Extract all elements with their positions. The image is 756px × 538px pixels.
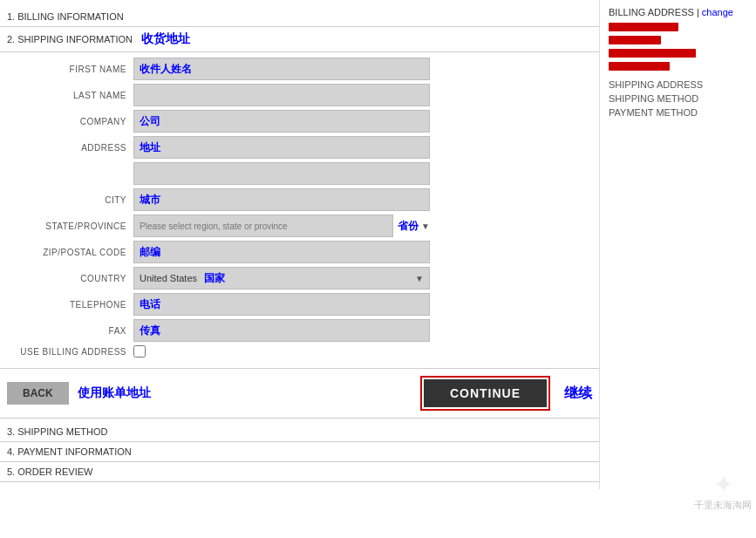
country-label: COUNTRY bbox=[7, 274, 133, 283]
right-shipping-address: SHIPPING ADDRESS bbox=[609, 79, 747, 90]
telephone-row: TELEPHONE bbox=[0, 293, 599, 316]
address-line-4 bbox=[609, 62, 670, 71]
address2-row bbox=[0, 162, 599, 185]
fax-label: FAX bbox=[7, 326, 133, 336]
country-dropdown-arrow: ▼ bbox=[415, 274, 424, 283]
state-select-container[interactable]: 省份 ▼ bbox=[133, 215, 430, 237]
shipping-form: FIRST NAME LAST NAME COMPANY ADDRESS bbox=[0, 52, 599, 368]
first-name-label: FIRST NAME bbox=[7, 65, 133, 74]
zip-label: ZIP/POSTAL CODE bbox=[7, 248, 133, 257]
billing-change-link[interactable]: change bbox=[702, 7, 733, 17]
country-us-text: United States bbox=[140, 273, 197, 283]
step3-header: 3. SHIPPING METHOD bbox=[0, 422, 599, 442]
back-button[interactable]: BACK bbox=[7, 382, 69, 405]
country-select[interactable]: United States 国家 ▼ bbox=[133, 267, 430, 289]
zip-input[interactable] bbox=[133, 241, 430, 263]
billing-address-header: BILLING ADDRESS | change bbox=[609, 7, 747, 17]
right-panel: BILLING ADDRESS | change SHIPPING ADDRES… bbox=[599, 0, 756, 489]
state-row: STATE/PROVINCE 省份 ▼ bbox=[0, 215, 599, 237]
address-line-2 bbox=[609, 36, 661, 44]
address-row: ADDRESS bbox=[0, 136, 599, 159]
company-input[interactable] bbox=[133, 110, 430, 133]
zip-row: ZIP/POSTAL CODE bbox=[0, 241, 599, 263]
step1-header: 1. BILLING INFORMATION bbox=[0, 7, 599, 27]
state-input[interactable] bbox=[133, 215, 393, 237]
step5-header: 5. ORDER REVIEW bbox=[0, 462, 599, 482]
city-label: CITY bbox=[7, 195, 133, 205]
continue-chinese: 继续 bbox=[564, 385, 592, 403]
country-chinese: 国家 bbox=[204, 271, 225, 286]
last-name-label: LAST NAME bbox=[7, 91, 133, 100]
telephone-input[interactable] bbox=[133, 293, 430, 316]
use-billing-label: USE BILLING ADDRESS bbox=[7, 347, 133, 357]
fax-input[interactable] bbox=[133, 319, 430, 342]
step2-header: 2. SHIPPING INFORMATION 收货地址 bbox=[0, 27, 599, 52]
use-billing-checkbox[interactable] bbox=[133, 345, 146, 358]
address-preview bbox=[609, 23, 747, 71]
first-name-input[interactable] bbox=[133, 58, 430, 80]
address-label: ADDRESS bbox=[7, 143, 133, 153]
continue-btn-wrapper: CONTINUE bbox=[420, 376, 550, 411]
use-billing-chinese: 使用账单地址 bbox=[78, 385, 151, 401]
step4-header: 4. PAYMENT INFORMATION bbox=[0, 442, 599, 462]
right-payment-method: PAYMENT METHOD bbox=[609, 107, 747, 118]
address-line-3 bbox=[609, 49, 696, 58]
telephone-label: TELEPHONE bbox=[7, 300, 133, 310]
use-billing-row: USE BILLING ADDRESS bbox=[0, 345, 599, 358]
first-name-row: FIRST NAME bbox=[0, 58, 599, 80]
state-dropdown-arrow: ▼ bbox=[421, 221, 430, 231]
state-label: STATE/PROVINCE bbox=[7, 221, 133, 231]
state-chinese: 省份 bbox=[398, 219, 419, 234]
company-label: COMPANY bbox=[7, 117, 133, 126]
fax-row: FAX bbox=[0, 319, 599, 342]
company-row: COMPANY bbox=[0, 110, 599, 133]
watermark: ✦ 千里未海淘网 bbox=[694, 470, 752, 512]
address2-input[interactable] bbox=[133, 162, 430, 185]
address-input[interactable] bbox=[133, 136, 430, 159]
city-row: CITY bbox=[0, 188, 599, 211]
city-input[interactable] bbox=[133, 188, 430, 211]
country-row: COUNTRY United States 国家 ▼ bbox=[0, 267, 599, 289]
last-name-row: LAST NAME bbox=[0, 84, 599, 106]
last-name-input[interactable] bbox=[133, 84, 430, 106]
right-shipping-method: SHIPPING METHOD bbox=[609, 93, 747, 104]
action-bar: BACK 使用账单地址 CONTINUE 继续 bbox=[0, 368, 599, 419]
continue-button[interactable]: CONTINUE bbox=[424, 379, 547, 407]
address-line-1 bbox=[609, 23, 678, 31]
